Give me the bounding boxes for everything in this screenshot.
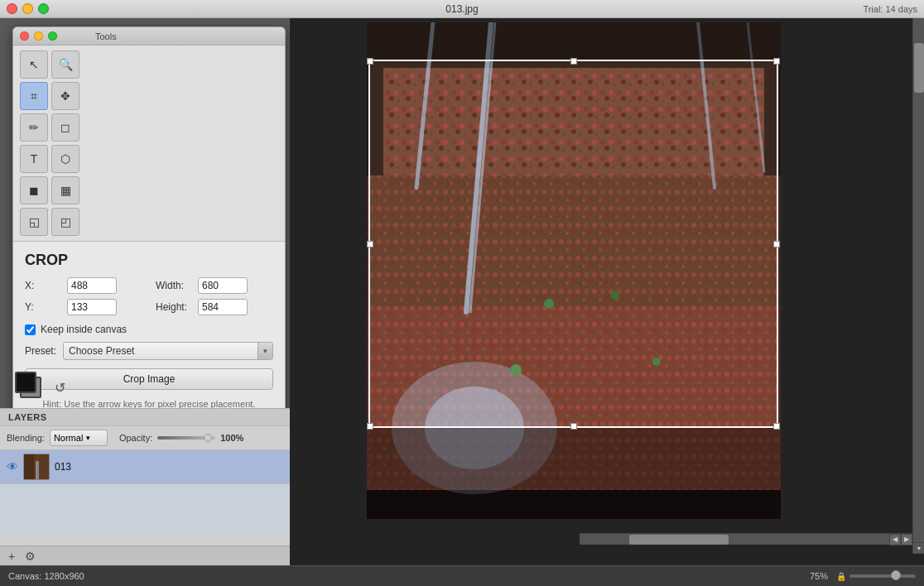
move-tool-icon[interactable]: ✥ [51, 82, 79, 110]
opacity-label: Opacity: [119, 433, 152, 443]
close-button[interactable] [7, 3, 17, 14]
scrollbar-horizontal-thumb[interactable] [629, 535, 729, 545]
swap-colors-icon[interactable]: ↺ [55, 380, 65, 396]
trial-badge: Trial: 14 days [863, 4, 917, 14]
title-bar: 013.jpg Trial: 14 days [0, 0, 924, 18]
width-label: Width: [156, 280, 193, 291]
canvas-area: ▼ ◀ ▶ [290, 18, 924, 565]
blending-chevron-icon: ▾ [86, 434, 90, 442]
shadow-tool-icon[interactable]: ◱ [20, 208, 48, 236]
svg-rect-1 [24, 454, 34, 480]
window-title: 013.jpg [445, 3, 478, 15]
y-label: Y: [25, 301, 62, 313]
tools-window-title: Tools [95, 31, 117, 41]
crop-selection[interactable] [368, 60, 778, 428]
zoom-tool-icon[interactable]: 🔍 [51, 50, 79, 79]
fx-tool-icon[interactable]: ◰ [51, 208, 79, 236]
layer-visibility-icon[interactable]: 👁 [7, 460, 18, 473]
scrollbar-arrows: ◀ ▶ [889, 534, 912, 545]
tools-max-btn[interactable] [48, 31, 57, 41]
scrollbar-vertical[interactable]: ▼ [912, 18, 924, 554]
layer-thumbnail [23, 454, 50, 480]
height-input[interactable] [198, 299, 248, 315]
tools-min-btn[interactable] [34, 31, 43, 41]
canvas-size-label: Canvas: 1280x960 [8, 571, 84, 581]
scroll-down-button[interactable]: ▼ [913, 542, 924, 554]
keep-inside-canvas-label: Keep inside canvas [41, 324, 127, 335]
window-controls [7, 3, 49, 14]
height-field-row: Height: [156, 299, 273, 315]
shapes-tool-icon[interactable]: ◼ [20, 176, 48, 204]
crop-fields: X: Width: Y: Height: [25, 277, 273, 315]
layer-name: 013 [55, 461, 71, 473]
tools-close-btn[interactable] [20, 31, 29, 41]
layer-empty-area [0, 484, 290, 534]
crop-handle-bottom-right[interactable] [773, 423, 780, 430]
zoom-label: 75% [810, 571, 828, 581]
color-swatches [15, 372, 51, 403]
lasso-tool-icon[interactable]: ⬡ [51, 145, 79, 173]
crop-tool-icon[interactable]: ⌗ [20, 82, 48, 110]
crop-handle-bottom-left[interactable] [367, 423, 373, 430]
tool-icons-row: ↖ ⌗ ✏ T ◼ ◱ 🔍 ✥ ◻ ⬡ ▦ ◰ [13, 46, 285, 242]
foreground-color-swatch[interactable] [15, 372, 36, 393]
tools-window-titlebar: Tools [13, 27, 285, 46]
opacity-value: 100% [220, 433, 243, 443]
scrollbar-vertical-thumb[interactable] [914, 43, 924, 93]
height-label: Height: [156, 301, 193, 313]
minimize-button[interactable] [22, 3, 33, 14]
select-tool-icon[interactable]: ↖ [20, 50, 48, 79]
scroll-down-icon: ▼ [917, 545, 922, 551]
y-field-row: Y: [25, 299, 142, 315]
crop-handle-middle-right[interactable] [773, 241, 780, 247]
layers-footer: + ⚙ [0, 545, 290, 565]
opacity-slider-knob[interactable] [204, 434, 212, 442]
y-input[interactable] [67, 299, 117, 315]
layers-header: LAYERS [0, 409, 290, 426]
status-bar: Canvas: 1280x960 75% 🔒 [0, 565, 924, 586]
zoom-slider[interactable] [849, 574, 916, 578]
zoom-slider-knob[interactable] [891, 570, 901, 580]
zoom-lock-icon: 🔒 [836, 572, 846, 581]
text-tool-icon[interactable]: T [20, 145, 48, 173]
tools-window: Tools ↖ ⌗ ✏ T ◼ ◱ 🔍 ✥ ◻ ⬡ ▦ ◰ [12, 26, 286, 421]
width-input[interactable] [198, 277, 248, 294]
keep-inside-canvas-checkbox[interactable] [25, 324, 36, 335]
blending-select[interactable]: Normal ▾ [50, 430, 108, 446]
keep-inside-canvas-row: Keep inside canvas [25, 324, 273, 335]
width-field-row: Width: [156, 277, 273, 294]
layer-settings-button[interactable]: ⚙ [23, 550, 37, 563]
crop-handle-bottom-middle[interactable] [570, 423, 577, 430]
layer-item[interactable]: 👁 013 [0, 450, 290, 484]
preset-label: Preset: [25, 345, 56, 357]
crop-handle-top-middle[interactable] [570, 58, 577, 65]
crop-handle-top-left[interactable] [367, 58, 373, 65]
gradient-tool-icon[interactable]: ▦ [51, 176, 79, 204]
maximize-button[interactable] [38, 3, 49, 14]
layers-panel: LAYERS Blending: Normal ▾ Opacity: 100% … [0, 408, 290, 565]
preset-select[interactable]: Choose Preset [64, 343, 257, 359]
crop-handle-top-right[interactable] [773, 58, 780, 65]
layers-controls: Blending: Normal ▾ Opacity: 100% [0, 426, 290, 450]
crop-handle-middle-left[interactable] [367, 241, 373, 247]
color-swatch-area: ↺ [15, 372, 65, 403]
tool-col-1: ↖ ⌗ ✏ T ◼ ◱ [20, 50, 48, 236]
scroll-right-button[interactable]: ▶ [901, 534, 912, 545]
main-area: Tools ↖ ⌗ ✏ T ◼ ◱ 🔍 ✥ ◻ ⬡ ▦ ◰ [0, 18, 924, 565]
x-input[interactable] [67, 277, 117, 294]
scroll-left-button[interactable]: ◀ [889, 534, 901, 545]
add-layer-button[interactable]: + [7, 550, 17, 563]
x-label: X: [25, 280, 62, 291]
zoom-slider-area: 🔒 [836, 572, 916, 581]
blending-label: Blending: [7, 433, 45, 443]
preset-row: Preset: Choose Preset ▾ [25, 342, 273, 360]
chevron-down-icon: ▾ [263, 347, 267, 355]
opacity-slider-track[interactable] [157, 432, 215, 444]
brush-tool-icon[interactable]: ✏ [20, 113, 48, 142]
eraser-tool-icon[interactable]: ◻ [51, 113, 79, 142]
tools-panel: Tools ↖ ⌗ ✏ T ◼ ◱ 🔍 ✥ ◻ ⬡ ▦ ◰ [0, 18, 290, 565]
preset-dropdown-button[interactable]: ▾ [257, 343, 272, 359]
svg-rect-2 [36, 461, 39, 480]
scrollbar-horizontal[interactable]: ◀ ▶ [580, 533, 912, 545]
crop-title: CROP [25, 252, 273, 269]
